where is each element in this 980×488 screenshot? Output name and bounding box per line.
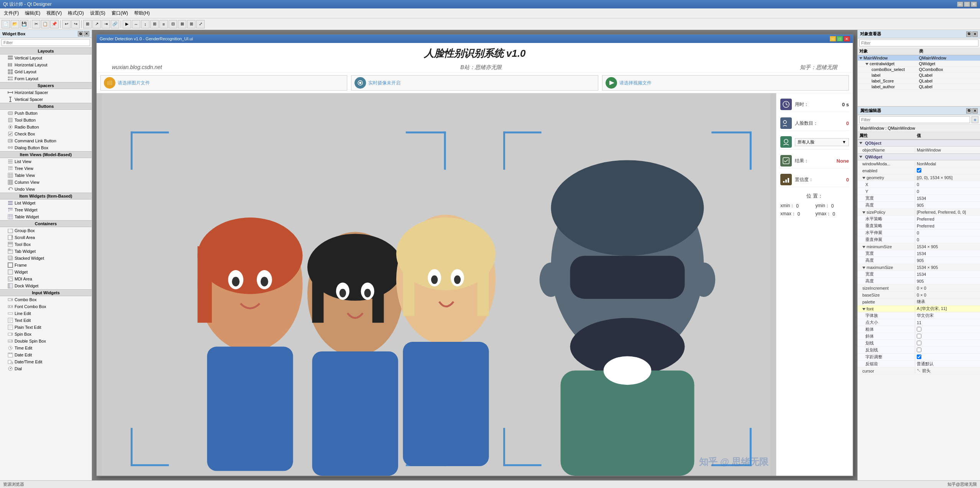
widget-item-tree-view[interactable]: Tree View	[0, 165, 92, 172]
select-image-btn[interactable]: 请选择图片文件	[100, 75, 347, 91]
prop-row-font-size[interactable]: 点大小 11	[858, 319, 980, 326]
paste-btn[interactable]: 📌	[50, 20, 59, 28]
widget-item-grid-layout[interactable]: Grid Layout	[0, 68, 92, 75]
widget-item-scroll-area[interactable]: Scroll Area	[0, 234, 92, 241]
widget-item-h-spacer[interactable]: Horizontal Spacer	[0, 89, 92, 96]
widget-item-table-view[interactable]: Table View	[0, 172, 92, 179]
widget-item-dial[interactable]: Dial	[0, 365, 92, 372]
prop-row-strikeout[interactable]: 反划线	[858, 347, 980, 354]
prop-row-cursor[interactable]: cursor ↖ 箭头	[858, 368, 980, 374]
prop-row-antialias[interactable]: 反锯齿 普通默认	[858, 361, 980, 368]
widget-item-font-combo-box[interactable]: A Font Combo Box	[0, 303, 92, 310]
prop-row-h-policy[interactable]: 水平策略 Preferred	[858, 216, 980, 223]
widget-item-text-edit[interactable]: Text Edit	[0, 317, 92, 324]
prop-row-bold[interactable]: 粗体	[858, 326, 980, 333]
obj-row-label[interactable]: label QLabel	[858, 73, 980, 78]
widget-item-spin-box[interactable]: Spin Box	[0, 331, 92, 338]
signals-btn[interactable]: ↗	[92, 20, 101, 28]
prop-row-kerning[interactable]: 字距调整	[858, 354, 980, 361]
layout-v-btn[interactable]: ↕	[141, 20, 149, 28]
widget-item-stacked-widget[interactable]: Stacked Widget	[0, 255, 92, 262]
widget-item-date-edit[interactable]: Date Edit	[0, 351, 92, 358]
widget-search-input[interactable]	[2, 39, 90, 46]
camera-btn[interactable]: 实时摄像未开启	[351, 75, 598, 91]
break-layout-btn[interactable]: ⊞	[187, 20, 195, 28]
prop-row-height[interactable]: 高度 905	[858, 202, 980, 209]
prop-row-italic[interactable]: 斜体	[858, 333, 980, 340]
widget-item-dialog-button-box[interactable]: Dialog Button Box	[0, 144, 92, 151]
undo-btn[interactable]: ↩	[62, 20, 71, 28]
widget-item-horizontal-layout[interactable]: Horizontal Layout	[0, 61, 92, 68]
widget-item-column-view[interactable]: Column View	[0, 179, 92, 186]
widget-box-float-btn[interactable]: ⧉	[78, 31, 83, 36]
minimize-btn[interactable]: ─	[957, 2, 963, 7]
widget-item-list-view[interactable]: List View	[0, 158, 92, 165]
widget-item-command-link[interactable]: Command Link Button	[0, 137, 92, 144]
menu-settings[interactable]: 设置(S)	[88, 9, 108, 17]
widget-item-tab-widget[interactable]: Tab Widget	[0, 248, 92, 255]
widget-item-mdi-area[interactable]: MDI Area	[0, 275, 92, 282]
prop-row-v-policy[interactable]: 垂直策略 Preferred	[858, 223, 980, 229]
obj-search-input[interactable]	[859, 40, 978, 46]
strikeout-checkbox[interactable]	[917, 348, 921, 352]
widget-item-v-spacer[interactable]: Vertical Spacer	[0, 96, 92, 103]
cut-btn[interactable]: ✂	[32, 20, 40, 28]
widget-item-list-widget[interactable]: List Widget	[0, 199, 92, 206]
widget-item-undo-view[interactable]: Undo View	[0, 186, 92, 193]
widget-item-line-edit[interactable]: Line Edit	[0, 310, 92, 317]
prop-row-objectname[interactable]: objectName MainWindow	[858, 147, 980, 153]
prop-editor-close-btn[interactable]: ✕	[972, 108, 978, 114]
menu-help[interactable]: 帮助(H)	[132, 9, 152, 17]
prop-add-button[interactable]: +	[972, 116, 978, 123]
widget-item-widget[interactable]: Widget	[0, 269, 92, 275]
widget-item-time-edit[interactable]: Time Edit	[0, 345, 92, 351]
prop-row-palette[interactable]: palette 继承	[858, 298, 980, 305]
tab-order-btn[interactable]: ⇥	[102, 20, 110, 28]
widget-item-radio-button[interactable]: Radio Button	[0, 124, 92, 130]
prop-row-y[interactable]: Y 0	[858, 188, 980, 195]
copy-btn[interactable]: 📋	[41, 20, 49, 28]
menu-edit[interactable]: 编辑(E)	[23, 9, 43, 17]
prop-row-font-family[interactable]: 字体族 华文仿宋	[858, 312, 980, 319]
prop-row-min-width[interactable]: 宽度 1534	[858, 250, 980, 257]
widget-item-tool-button[interactable]: Tool Button	[0, 117, 92, 124]
widget-item-tree-widget[interactable]: Tree Widget	[0, 206, 92, 213]
prop-row-basesize[interactable]: baseSize 0 × 0	[858, 292, 980, 298]
widget-item-push-button[interactable]: Push Button	[0, 110, 92, 117]
open-btn[interactable]: 📂	[11, 20, 19, 28]
kerning-checkbox[interactable]	[917, 354, 921, 359]
layout-g-btn[interactable]: ⊞	[150, 20, 159, 28]
prop-row-maxsize[interactable]: maximumSize 1534 × 905	[858, 264, 980, 271]
prop-row-sizepolicy[interactable]: sizePolicy [Preferred, Preferred, 0, 0]	[858, 209, 980, 216]
layout-f-btn[interactable]: ≡	[159, 20, 168, 28]
new-btn[interactable]: 📄	[2, 20, 10, 28]
designer-window[interactable]: Gender Detection v1.0 - GenderRecognitio…	[96, 34, 854, 476]
obj-inspector-close-btn[interactable]: ✕	[972, 31, 978, 37]
widget-item-dock-widget[interactable]: Dock Widget	[0, 282, 92, 289]
obj-row-label-score[interactable]: label_Score QLabel	[858, 78, 980, 84]
enabled-checkbox[interactable]	[917, 168, 921, 173]
bold-checkbox[interactable]	[917, 327, 921, 331]
prop-row-max-width[interactable]: 宽度 1534	[858, 271, 980, 278]
prop-row-v-stretch[interactable]: 垂直伸展 0	[858, 236, 980, 243]
widget-item-table-widget[interactable]: Table Widget	[0, 213, 92, 220]
widget-item-tool-box[interactable]: Tool Box	[0, 241, 92, 248]
designer-max-btn[interactable]: □	[837, 36, 843, 41]
prop-row-windowmode[interactable]: windowModa... NonModal	[858, 160, 980, 167]
prop-row-enabled[interactable]: enabled	[858, 167, 980, 174]
face-select-dropdown[interactable]: 所有人脸 ▼	[795, 138, 849, 146]
preview-btn[interactable]: ▶	[123, 20, 131, 28]
widget-item-combo-box[interactable]: Combo Box	[0, 296, 92, 303]
layout-split-h-btn[interactable]: ⊟	[169, 20, 177, 28]
prop-editor-float-btn[interactable]: ⧉	[966, 108, 972, 114]
obj-row-centralwidget[interactable]: centralwidget QWidget	[858, 61, 980, 67]
prop-row-sizeinc[interactable]: sizeIncrement 0 × 0	[858, 285, 980, 292]
underline-checkbox[interactable]	[917, 341, 921, 345]
adjust-size-btn[interactable]: ⤢	[196, 20, 205, 28]
widget-item-form-layout[interactable]: Form Layout	[0, 75, 92, 82]
prop-row-minsize[interactable]: minimumSize 1534 × 905	[858, 243, 980, 250]
widget-item-frame[interactable]: Frame	[0, 262, 92, 269]
buddy-btn[interactable]: 🔗	[111, 20, 119, 28]
prop-row-width[interactable]: 宽度 1534	[858, 195, 980, 202]
obj-row-combobox[interactable]: comboBox_select QComboBox	[858, 67, 980, 73]
